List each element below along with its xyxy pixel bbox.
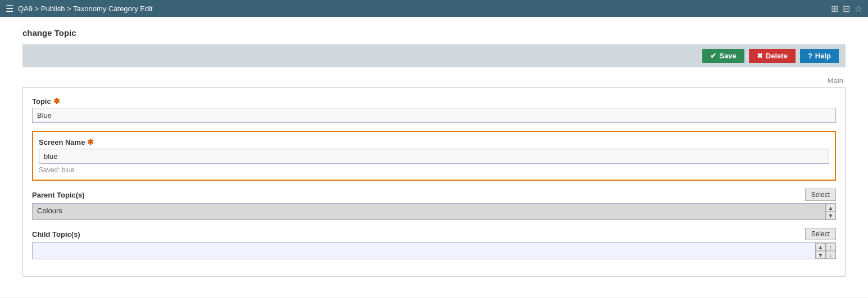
toolbar: ✔ Save ✖ Delete ? Help — [22, 44, 846, 67]
topbar-expand-icon[interactable]: ⊞ — [831, 3, 838, 14]
parent-scroll-down-btn[interactable]: ▼ — [826, 212, 835, 219]
topbar: ☰ QA9 > Publish > Taxonomy Category Edit… — [0, 0, 868, 17]
help-label: Help — [815, 52, 831, 60]
breadcrumb: QA9 > Publish > Taxonomy Category Edit — [18, 4, 153, 13]
parent-topic-listbox-wrapper: Colours ▲ ▼ — [32, 203, 836, 220]
form-container: Topic ✱ Screen Name ✱ Saved: blue Parent… — [22, 87, 846, 277]
child-scroll-down-btn[interactable]: ▼ — [816, 251, 825, 259]
help-button[interactable]: ? Help — [800, 49, 839, 63]
delete-label: Delete — [766, 52, 788, 60]
topbar-star-icon[interactable]: ☆ — [855, 3, 862, 14]
child-scroll-up-btn[interactable]: ▲ — [816, 243, 825, 251]
screen-name-label: Screen Name ✱ — [39, 137, 829, 146]
child-topic-section: Child Topic(s) Select ▲ ▼ ↑ ↓ — [32, 228, 836, 259]
topbar-right: ⊞ ⊟ ☆ — [831, 3, 862, 14]
save-label: Save — [719, 52, 736, 60]
page-title: change Topic — [22, 28, 846, 38]
parent-topic-listbox[interactable]: Colours — [33, 204, 825, 219]
screen-name-required-star: ✱ — [87, 137, 94, 146]
child-move-down-btn[interactable]: ↓ — [826, 251, 835, 259]
topic-group: Topic ✱ — [32, 97, 836, 123]
topbar-collapse-icon[interactable]: ⊟ — [843, 3, 850, 14]
save-button[interactable]: ✔ Save — [702, 49, 744, 63]
parent-topic-label: Parent Topic(s) — [32, 191, 85, 199]
child-topic-scrollbar: ▲ ▼ — [815, 243, 825, 259]
save-check-icon: ✔ — [710, 52, 716, 60]
screen-name-saved: Saved: blue — [39, 166, 829, 174]
delete-x-icon: ✖ — [757, 52, 763, 60]
parent-select-button[interactable]: Select — [805, 189, 836, 201]
section-header: Main — [22, 76, 846, 85]
child-topic-listbox-wrapper: ▲ ▼ ↑ ↓ — [32, 242, 836, 259]
child-topic-listbox[interactable] — [33, 243, 815, 259]
parent-topic-header: Parent Topic(s) Select — [32, 189, 836, 201]
help-q-icon: ? — [808, 52, 812, 60]
delete-button[interactable]: ✖ Delete — [749, 49, 796, 63]
child-topic-move-btns: ↑ ↓ — [825, 243, 835, 259]
parent-scroll-up-btn[interactable]: ▲ — [826, 204, 835, 212]
child-topic-header: Child Topic(s) Select — [32, 228, 836, 240]
child-topic-label: Child Topic(s) — [32, 230, 80, 239]
topbar-left: ☰ QA9 > Publish > Taxonomy Category Edit — [6, 3, 153, 14]
topic-required-star: ✱ — [53, 97, 60, 106]
child-move-up-btn[interactable]: ↑ — [826, 243, 835, 251]
parent-topic-section: Parent Topic(s) Select Colours ▲ ▼ — [32, 189, 836, 220]
main-content: change Topic ✔ Save ✖ Delete ? Help Main… — [0, 17, 868, 297]
parent-topic-scrollbar: ▲ ▼ — [825, 204, 835, 219]
screen-name-group: Screen Name ✱ Saved: blue — [32, 131, 836, 181]
child-select-button[interactable]: Select — [805, 228, 836, 240]
topic-input[interactable] — [32, 108, 836, 123]
topic-label: Topic ✱ — [32, 97, 836, 106]
screen-name-input[interactable] — [39, 149, 829, 164]
menu-icon[interactable]: ☰ — [6, 3, 13, 14]
